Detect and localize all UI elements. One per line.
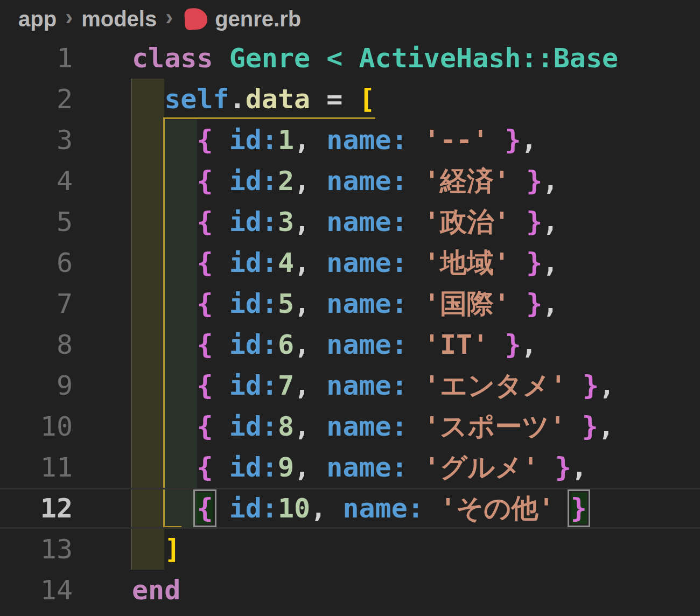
token-plain: , — [542, 247, 558, 278]
code-line[interactable]: 8 { id:6, name: 'IT' }, — [0, 324, 700, 365]
token-num: 3 — [278, 206, 294, 237]
line-number[interactable]: 9 — [0, 365, 73, 406]
token-plain — [408, 206, 424, 237]
token-bracket1: ] — [164, 534, 180, 565]
token-key: id: — [229, 370, 278, 401]
breadcrumb-separator-icon: › — [57, 4, 81, 30]
token-plain — [132, 534, 164, 565]
line-number[interactable]: 2 — [0, 79, 73, 120]
code-line[interactable]: 7 { id:5, name: '国際' }, — [0, 283, 700, 324]
code-text: class Genre < ActiveHash::Base — [73, 43, 618, 74]
code-line[interactable]: 13 ] — [0, 529, 700, 570]
token-brace: } — [583, 370, 599, 401]
token-brace: } — [505, 329, 521, 360]
code-line-current[interactable]: 12 { id:10, name: 'その他' } — [0, 488, 700, 529]
token-kw: class — [132, 43, 229, 74]
token-num: 1 — [278, 124, 294, 156]
token-brace: } — [526, 206, 542, 237]
code-line[interactable]: 6 { id:4, name: '地域' }, — [0, 242, 700, 283]
token-plain — [510, 165, 526, 197]
token-plain: . — [229, 83, 246, 115]
code-text: { id:6, name: 'IT' }, — [73, 329, 537, 360]
token-plain — [408, 329, 424, 360]
code-line[interactable]: 4 { id:2, name: '経済' }, — [0, 160, 700, 201]
code-text: ] — [73, 534, 180, 565]
token-plain: , — [294, 288, 326, 319]
line-number[interactable]: 8 — [0, 324, 73, 365]
token-plain: , — [294, 411, 326, 442]
code-line[interactable]: 11 { id:9, name: 'グルメ' }, — [0, 447, 700, 488]
token-brace: { — [197, 206, 213, 237]
token-brace: { — [197, 411, 213, 442]
code-line[interactable]: 5 { id:3, name: '政治' }, — [0, 201, 700, 242]
code-editor[interactable]: 1class Genre < ActiveHash::Base2 self.da… — [0, 38, 700, 611]
token-plain — [132, 288, 197, 319]
token-plain — [566, 411, 582, 442]
token-plain — [132, 370, 197, 401]
token-key: name: — [326, 124, 408, 156]
token-plain: , — [599, 370, 615, 401]
line-number[interactable]: 13 — [0, 529, 73, 570]
token-plain: , — [294, 124, 326, 156]
token-plain: , — [521, 124, 537, 156]
code-line[interactable]: 1class Genre < ActiveHash::Base — [0, 38, 700, 79]
line-number[interactable]: 4 — [0, 160, 73, 201]
token-str: '地域' — [424, 247, 510, 278]
breadcrumb-item-app[interactable]: app — [18, 7, 57, 31]
token-num: 4 — [278, 247, 294, 278]
breadcrumb-item-models[interactable]: models — [81, 7, 157, 31]
token-str: 'エンタメ' — [424, 370, 566, 401]
breadcrumb-separator-icon: › — [157, 4, 181, 30]
token-key: name: — [342, 493, 424, 524]
line-number[interactable]: 10 — [0, 406, 73, 447]
breadcrumb: app › models › genre.rb — [0, 0, 700, 38]
token-plain — [213, 370, 229, 401]
token-plain — [555, 493, 571, 524]
token-brace: } — [505, 124, 521, 156]
code-line[interactable]: 10 { id:8, name: 'スポーツ' }, — [0, 406, 700, 447]
token-plain — [132, 329, 197, 360]
line-number[interactable]: 12 — [0, 488, 73, 529]
token-plain — [213, 288, 229, 319]
token-plain: , — [542, 165, 558, 197]
token-str: 'その他' — [440, 493, 555, 524]
line-number[interactable]: 5 — [0, 201, 73, 242]
token-plain — [566, 370, 583, 401]
token-kw: end — [132, 575, 180, 606]
token-key: id: — [229, 247, 278, 278]
token-key: name: — [326, 288, 408, 319]
token-plain: , — [521, 329, 537, 360]
code-text: { id:8, name: 'スポーツ' }, — [73, 411, 614, 442]
line-number[interactable]: 6 — [0, 242, 73, 283]
token-num: 9 — [278, 452, 294, 483]
code-text: end — [73, 575, 180, 606]
token-type: Genre < ActiveHash::Base — [229, 43, 618, 74]
code-line[interactable]: 3 { id:1, name: '--' }, — [0, 120, 700, 160]
token-plain — [132, 247, 197, 278]
line-number[interactable]: 1 — [0, 38, 73, 79]
token-key: name: — [326, 247, 408, 278]
line-number[interactable]: 3 — [0, 120, 73, 160]
code-line[interactable]: 2 self.data = [ — [0, 79, 700, 120]
token-brace: { — [197, 452, 213, 483]
code-text: self.data = [ — [73, 83, 375, 115]
token-key: name: — [326, 452, 408, 483]
code-text: { id:5, name: '国際' }, — [73, 288, 558, 319]
token-str: '経済' — [424, 165, 510, 197]
token-method: data — [246, 83, 310, 115]
line-number[interactable]: 7 — [0, 283, 73, 324]
code-line[interactable]: 9 { id:7, name: 'エンタメ' }, — [0, 365, 700, 406]
token-plain — [213, 329, 229, 360]
token-plain — [510, 206, 526, 237]
code-line[interactable]: 14end — [0, 570, 700, 611]
token-plain — [510, 247, 526, 278]
token-plain: , — [294, 165, 326, 197]
token-key: name: — [326, 370, 408, 401]
token-num: 7 — [278, 370, 294, 401]
token-plain — [213, 206, 229, 237]
line-number[interactable]: 14 — [0, 570, 73, 611]
token-num: 10 — [278, 493, 310, 524]
token-plain — [408, 288, 424, 319]
breadcrumb-item-file[interactable]: genre.rb — [215, 7, 301, 31]
line-number[interactable]: 11 — [0, 447, 73, 488]
